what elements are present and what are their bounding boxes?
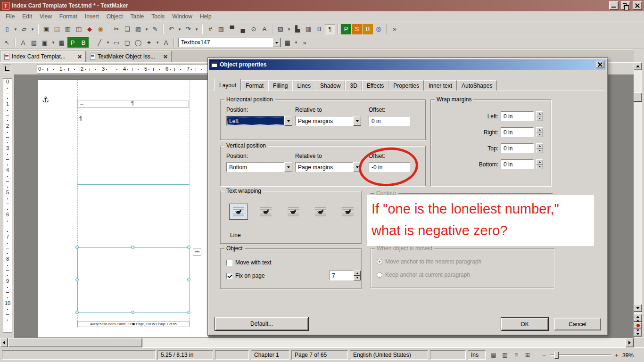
header-icon[interactable]: ▀: [227, 24, 237, 34]
scroll-down-button[interactable]: [634, 304, 642, 312]
next-page-button[interactable]: [634, 329, 642, 337]
selected-textbox[interactable]: [77, 247, 190, 313]
save-as-icon[interactable]: ▤: [52, 24, 62, 34]
menu-item[interactable]: Window: [168, 12, 196, 21]
spin-down-icon[interactable]: [536, 132, 543, 138]
v-position-select[interactable]: Bottom: [226, 162, 292, 172]
copy-icon[interactable]: ❏: [122, 24, 132, 34]
ellipse-icon[interactable]: ◯: [133, 37, 143, 48]
ole-dropdown-icon[interactable]: ▾: [50, 37, 56, 48]
text-frame-icon[interactable]: A: [18, 37, 28, 48]
dialog-tab[interactable]: Filling: [268, 80, 292, 90]
language-cell[interactable]: English (United States): [350, 350, 428, 360]
select-pointer-icon[interactable]: ↖: [2, 37, 12, 48]
wrap-margin-field[interactable]: 0 in: [501, 143, 534, 153]
spinner[interactable]: [536, 159, 543, 169]
grid-icon[interactable]: ▦: [282, 37, 293, 48]
text-art-icon[interactable]: A: [161, 37, 171, 48]
columns-icon[interactable]: ▥: [216, 24, 226, 34]
dialog-tab[interactable]: Lines: [292, 80, 315, 90]
document-tab[interactable]: TextMaker Object Iss...: [87, 51, 172, 62]
spin-up-icon[interactable]: [536, 143, 543, 148]
print-icon[interactable]: ▥: [63, 24, 73, 34]
cancel-button[interactable]: Cancel: [554, 318, 601, 330]
search-icon[interactable]: ⊙: [248, 24, 259, 34]
redo-icon[interactable]: ↷: [183, 24, 193, 34]
close-button[interactable]: [633, 1, 642, 10]
autoshapes-icon[interactable]: ✦: [144, 37, 154, 48]
spin-down-icon[interactable]: [536, 165, 543, 170]
rounded-rectangle-icon[interactable]: ▢: [122, 37, 132, 48]
dialog-tab[interactable]: Effects: [362, 80, 388, 90]
minimize-button[interactable]: [609, 1, 619, 10]
document-tab[interactable]: Index Card Templat...: [1, 51, 86, 62]
web-icon[interactable]: ◎: [373, 24, 384, 34]
dialog-tab[interactable]: 3D: [345, 80, 362, 90]
browse-object-button[interactable]: [634, 322, 642, 329]
export-epub-icon[interactable]: ◉: [95, 24, 106, 34]
draw-line-icon[interactable]: ╱: [94, 37, 105, 48]
menu-item[interactable]: View: [36, 12, 56, 21]
dropdown-icon[interactable]: [353, 116, 361, 126]
wrap-margin-field[interactable]: 0 in: [501, 111, 534, 121]
horizontal-scrollbar[interactable]: [0, 338, 634, 347]
dropdown-icon[interactable]: [284, 162, 292, 172]
wrap-square-both-icon[interactable]: [311, 204, 330, 220]
bold-icon[interactable]: B: [314, 24, 324, 34]
fix-page-number-field[interactable]: 7: [329, 271, 354, 280]
insert-image-icon[interactable]: ▧: [275, 24, 286, 34]
h-offset-field[interactable]: 0 in: [369, 116, 410, 126]
object-name-value[interactable]: Textbox147: [178, 38, 272, 47]
new-document-icon[interactable]: ▯: [2, 24, 12, 34]
save-icon[interactable]: ▣: [41, 24, 51, 34]
horizontal-scroll-thumb[interactable]: [8, 338, 142, 347]
paste-icon[interactable]: ▨: [133, 24, 143, 34]
default-button[interactable]: Default...: [215, 317, 308, 330]
ole-frame-icon[interactable]: ▣: [40, 37, 50, 48]
dialog-tab[interactable]: AutoShapes: [457, 80, 497, 90]
scroll-right-button[interactable]: [626, 338, 634, 347]
v-relative-select[interactable]: Page margins: [295, 162, 361, 172]
export-pdf-icon[interactable]: ◆: [84, 24, 95, 34]
format-painter-icon[interactable]: ✎: [150, 24, 160, 34]
selection-handle[interactable]: [131, 311, 134, 314]
dropdown-icon[interactable]: [284, 116, 292, 126]
open-icon[interactable]: ▱: [19, 24, 29, 34]
view-fullscreen-icon[interactable]: ⊞: [522, 351, 533, 359]
new-dropdown-icon[interactable]: ▾: [13, 24, 18, 34]
fix-on-page-checkbox[interactable]: Fix on page: [226, 272, 265, 279]
rectangle-icon[interactable]: ▭: [111, 37, 122, 48]
selection-handle[interactable]: [187, 278, 190, 281]
vertical-ruler[interactable]: 012345678910: [0, 74, 14, 338]
menu-item[interactable]: Tools: [148, 12, 168, 21]
undo-dropdown-icon[interactable]: ▾: [177, 24, 182, 34]
menu-item[interactable]: Format: [56, 12, 81, 21]
scroll-left-button[interactable]: [0, 338, 8, 347]
spin-up-icon[interactable]: [536, 111, 543, 116]
spin-up-icon[interactable]: [536, 159, 543, 165]
previous-page-button[interactable]: [634, 314, 642, 322]
vertical-scrollbar[interactable]: [634, 62, 642, 338]
dialog-title-bar[interactable]: Object properties: [209, 59, 606, 70]
open-dropdown-icon[interactable]: ▾: [30, 24, 35, 34]
view-normal-icon[interactable]: ▤: [488, 351, 499, 359]
selection-handle[interactable]: [187, 311, 190, 314]
footer-icon[interactable]: ▄: [238, 24, 248, 34]
menu-item[interactable]: Help: [196, 12, 215, 21]
basic-icon[interactable]: B: [363, 24, 373, 34]
selection-handle[interactable]: [187, 246, 190, 249]
tab-close-icon[interactable]: [162, 54, 168, 60]
autoshapes-dropdown-icon[interactable]: ▾: [155, 37, 160, 48]
spinner[interactable]: [536, 111, 543, 121]
h-relative-select[interactable]: Page margins: [295, 116, 361, 126]
document-page[interactable]: ⚓ → ¶ ¶ Avery 5338 Index Cards, 3 Per Pa…: [38, 79, 208, 338]
paste-dropdown-icon[interactable]: ▾: [144, 24, 149, 34]
planmaker-icon[interactable]: P: [341, 24, 351, 34]
zoom-in-button[interactable]: +: [613, 351, 620, 359]
spin-down-icon[interactable]: [536, 116, 543, 122]
ok-button[interactable]: OK: [501, 318, 548, 330]
menu-item[interactable]: File: [2, 12, 18, 21]
dialog-tab[interactable]: Layout: [215, 79, 241, 90]
menu-item[interactable]: Insert: [81, 12, 103, 21]
selection-handle[interactable]: [75, 246, 79, 249]
